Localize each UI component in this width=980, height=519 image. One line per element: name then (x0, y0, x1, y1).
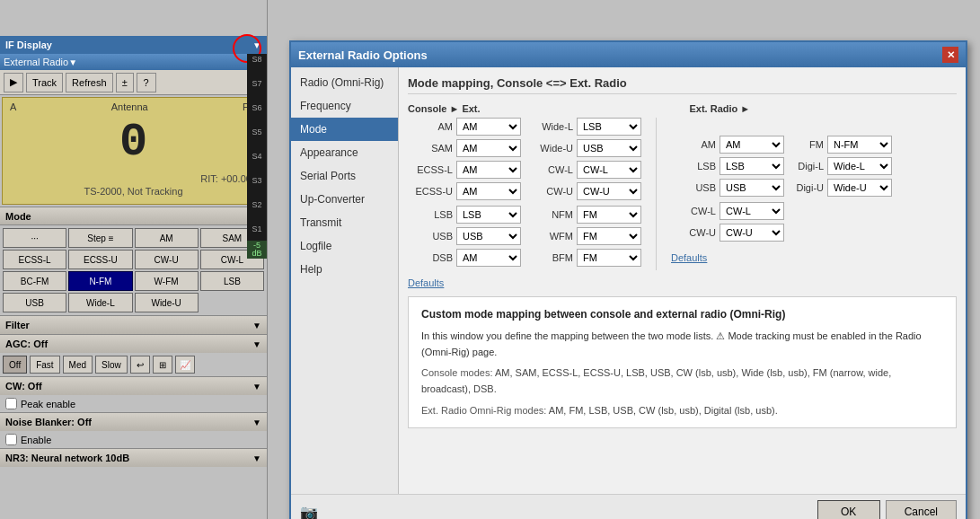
agc-med-button[interactable]: Med (63, 356, 93, 374)
cancel-button[interactable]: Cancel (886, 500, 957, 520)
agc-header[interactable]: AGC: Off ▼ (0, 335, 267, 353)
sidebar-item-logfile[interactable]: Logfile (291, 234, 398, 258)
nb-expand-arrow[interactable]: ▼ (252, 418, 261, 427)
question-button[interactable]: ? (137, 73, 156, 92)
ext-fm-select[interactable]: N-FMAMLSBUSB (827, 136, 892, 154)
peak-enable-label: Peak enable (21, 399, 75, 409)
refresh-button[interactable]: Refresh (66, 73, 113, 92)
agc-slow-button[interactable]: Slow (95, 356, 128, 374)
enable-checkbox[interactable] (5, 434, 17, 445)
wide-u-select[interactable]: USBAMFMLSB (577, 139, 641, 157)
sidebar-item-frequency[interactable]: Frequency (291, 94, 398, 118)
usb-select[interactable]: USBAMFMLSB (456, 227, 521, 245)
mode-btn-wide-l[interactable]: Wide-L (68, 293, 132, 312)
ext-cw-u-select[interactable]: CW-UAMFMLSB (720, 224, 784, 242)
ext-usb-select[interactable]: USBAMFMLSB (720, 179, 784, 197)
sam-select[interactable]: AMFMLSBUSB (456, 139, 521, 157)
nr3-header[interactable]: NR3: Neural network 10dB ▼ (0, 449, 267, 467)
agc-off-button[interactable]: Off (3, 356, 27, 374)
content-title: Mode mapping, Console <=> Ext. Radio (408, 76, 957, 94)
cw-header[interactable]: CW: Off ▼ (0, 377, 267, 395)
peak-enable-checkbox[interactable] (5, 398, 17, 409)
wfm-select[interactable]: FMAMLSBUSB (577, 227, 641, 245)
ext-digi-u-select[interactable]: Wide-UAMFMLSB (827, 179, 892, 197)
agc-label: AGC: Off (5, 339, 48, 349)
ext-modes-text: AM, FM, LSB, USB, CW (lsb, usb), Digital… (549, 405, 778, 416)
agc-chart-button[interactable]: 📈 (175, 356, 195, 374)
vertical-separator (656, 118, 657, 270)
sidebar-item-serial-ports[interactable]: Serial Ports (291, 164, 398, 188)
noise-blanker-section: Noise Blanker: Off ▼ Enable (0, 412, 267, 448)
ecss-u-label: ECSS-U (408, 186, 453, 197)
sidebar-item-up-converter[interactable]: Up-Converter (291, 188, 398, 211)
s7-label: S7 (247, 80, 267, 88)
dialog-close-button[interactable]: ✕ (942, 47, 958, 63)
mode-btn-lsb[interactable]: LSB (200, 271, 264, 291)
mode-btn-bc-fm[interactable]: BC-FM (3, 271, 66, 291)
mode-btn-w-fm[interactable]: W-FM (135, 271, 199, 291)
mode-btn-usb[interactable]: USB (3, 293, 66, 312)
lsb-select[interactable]: LSBAMFMUSB (456, 206, 521, 224)
nfm-select[interactable]: FMAMLSBUSB (577, 206, 641, 224)
console-defaults-link[interactable]: Defaults (408, 277, 444, 288)
ext-lsb-select[interactable]: LSBAMFMUSB (720, 157, 784, 175)
if-display-header: IF Display ▼ (0, 36, 267, 54)
dsb-select[interactable]: AMFMLSBUSB (456, 249, 521, 267)
cw-l-label: CW-L (528, 164, 573, 175)
ext-am-select[interactable]: AMFMLSBUSB (720, 136, 784, 154)
nr3-expand-arrow[interactable]: ▼ (252, 453, 261, 463)
dialog-main-content: Mode mapping, Console <=> Ext. Radio Con… (399, 67, 966, 519)
agc-expand-arrow[interactable]: ▼ (252, 339, 261, 349)
expand-arrow-ext[interactable]: ▼ (68, 57, 77, 67)
ecss-l-select[interactable]: AMFMLSBUSB (456, 161, 521, 179)
sidebar-item-transmit[interactable]: Transmit (291, 211, 398, 234)
mapping-headers-row: Console ► Ext. Ext. Radio ► (408, 103, 957, 114)
mapping-row-wfm: WFM FMAMLSBUSB (528, 227, 641, 245)
expand-arrow-if[interactable]: ▼ (252, 40, 261, 50)
info-box: Custom mode mapping between console and … (408, 296, 957, 428)
sidebar-item-mode[interactable]: Mode (291, 118, 398, 141)
mapping-row-dsb: DSB AMFMLSBUSB (408, 249, 521, 267)
mapping-area: AM AMFMLSBUSB SAM AMFMLSBUSB (408, 118, 957, 270)
cw-l-select[interactable]: CW-LAMFMLSB (577, 161, 641, 179)
cw-expand-arrow[interactable]: ▼ (252, 382, 261, 391)
s1-label: S1 (247, 225, 267, 233)
agc-back-button[interactable]: ↩ (130, 356, 150, 374)
bfm-select[interactable]: FMAMLSBUSB (577, 249, 641, 267)
filter-expand-arrow[interactable]: ▼ (252, 321, 261, 330)
sidebar-item-radio[interactable]: Radio (Omni-Rig) (291, 71, 398, 94)
ext-cw-l-select[interactable]: CW-LAMFMLSB (720, 202, 784, 220)
wide-u-label: Wide-U (528, 143, 573, 154)
track-button[interactable]: Track (26, 73, 63, 92)
agc-fast-button[interactable]: Fast (30, 356, 59, 374)
mode-btn-step[interactable]: Step ≡ (68, 228, 132, 248)
play-button[interactable]: ▶ (4, 73, 23, 92)
mode-btn-n-fm[interactable]: N-FM (68, 271, 132, 291)
mode-btn-dots[interactable]: ··· (3, 228, 66, 248)
sidebar-item-appearance[interactable]: Appearance (291, 141, 398, 164)
mode-btn-ecss-u[interactable]: ECSS-U (68, 250, 132, 269)
s4-label: S4 (247, 153, 267, 161)
left-panel: IF Display ▼ External Radio ▼ ▶ Track Re… (0, 0, 268, 519)
noise-blanker-header[interactable]: Noise Blanker: Off ▼ (0, 413, 267, 431)
mode-btn-am[interactable]: AM (135, 228, 199, 248)
sidebar-item-help[interactable]: Help (291, 258, 398, 281)
wide-l-select[interactable]: LSBAMFMUSB (577, 118, 641, 136)
agc-forward-button[interactable]: ⊞ (153, 356, 172, 374)
mode-btn-cw-u[interactable]: CW-U (135, 250, 199, 269)
ext-digi-l-select[interactable]: Wide-LAMFMLSB (827, 157, 892, 175)
ok-button[interactable]: OK (817, 500, 880, 520)
camera-icon[interactable]: 📷 (300, 504, 318, 519)
am-select[interactable]: AMFMLSBUSB (456, 118, 521, 136)
lsb-label: LSB (408, 209, 453, 220)
agc-section: AGC: Off ▼ Off Fast Med Slow ↩ ⊞ 📈 (0, 334, 267, 376)
console-header: Console ► Ext. (408, 103, 675, 114)
ext-defaults-link[interactable]: Defaults (671, 252, 707, 263)
ecss-u-select[interactable]: AMFMLSBUSB (456, 182, 521, 200)
mode-btn-ecss-l[interactable]: ECSS-L (3, 250, 66, 269)
plus-minus-button[interactable]: ± (116, 73, 134, 92)
ext-mapping-row-cw-l: CW-L CW-LAMFMLSB (671, 202, 892, 220)
mode-btn-wide-u[interactable]: Wide-U (135, 293, 199, 312)
cw-u-select[interactable]: CW-UAMFMLSB (577, 182, 641, 200)
filter-header[interactable]: Filter ▼ (0, 316, 267, 334)
